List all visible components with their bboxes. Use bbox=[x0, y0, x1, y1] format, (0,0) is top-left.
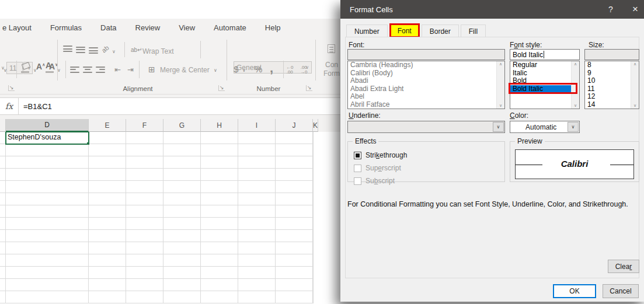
underline-chevron-icon[interactable]: ∨ bbox=[493, 122, 504, 132]
grid-cell[interactable] bbox=[126, 254, 163, 267]
dialog-tab[interactable]: Fill bbox=[461, 25, 486, 38]
comma-style-icon[interactable]: , bbox=[270, 61, 273, 76]
font-option[interactable]: Abadi bbox=[348, 77, 504, 85]
close-icon[interactable]: × bbox=[626, 0, 644, 19]
grid-cell[interactable] bbox=[163, 254, 201, 267]
grid-cell[interactable] bbox=[238, 242, 276, 254]
font-group-dialog-launcher-icon[interactable]: ↘ bbox=[8, 85, 15, 91]
decrease-decimal-icon[interactable]: .00→0 bbox=[300, 65, 307, 75]
grid-cell[interactable] bbox=[276, 169, 313, 181]
fill-color-chevron-icon[interactable]: ∨ bbox=[33, 68, 37, 73]
number-dialog-launcher-icon[interactable]: ↘ bbox=[306, 85, 312, 91]
borders-chevron-icon[interactable]: ∨ bbox=[4, 68, 7, 73]
grid-cell[interactable] bbox=[89, 205, 126, 218]
scroll-up-icon[interactable]: ∧ bbox=[499, 62, 502, 67]
checkbox-icon[interactable] bbox=[354, 165, 361, 172]
align-left-icon[interactable] bbox=[70, 65, 79, 74]
grid-cell[interactable] bbox=[89, 144, 126, 156]
grid-cell[interactable] bbox=[313, 193, 314, 205]
grid-cell[interactable] bbox=[6, 267, 89, 279]
font-style-option[interactable]: Regular bbox=[510, 61, 579, 69]
size-input[interactable] bbox=[584, 49, 639, 60]
grid-cell[interactable] bbox=[89, 242, 126, 254]
grid-cell[interactable] bbox=[126, 205, 163, 218]
ribbon-tab[interactable]: Automate bbox=[213, 22, 248, 33]
grid-cell[interactable] bbox=[0, 254, 6, 267]
grid-cell[interactable] bbox=[6, 279, 89, 291]
grid-cell[interactable] bbox=[0, 193, 6, 205]
color-chevron-icon[interactable]: ∨ bbox=[568, 122, 579, 132]
merge-center-label[interactable]: Merge & Center bbox=[160, 66, 210, 74]
grid-cell[interactable] bbox=[126, 156, 163, 169]
grid-cell[interactable] bbox=[6, 242, 89, 254]
ribbon-tab[interactable]: e Layout bbox=[1, 22, 33, 33]
orientation-icon[interactable]: ab bbox=[100, 44, 110, 54]
ribbon-tab[interactable]: Formulas bbox=[49, 22, 83, 33]
grid-cell[interactable] bbox=[276, 218, 313, 230]
grid-cell[interactable] bbox=[0, 156, 6, 169]
size-list-scrollbar[interactable]: ∧ ∨ bbox=[631, 61, 639, 109]
grid-cell[interactable] bbox=[201, 218, 238, 230]
grid-cell[interactable] bbox=[6, 181, 89, 193]
scroll-down-icon[interactable]: ∨ bbox=[499, 103, 502, 108]
grid-cell[interactable] bbox=[6, 169, 89, 181]
grid-cell[interactable] bbox=[201, 291, 238, 303]
font-style-input[interactable]: Bold Italic bbox=[510, 49, 580, 60]
column-header-G[interactable]: G bbox=[163, 119, 201, 132]
align-top-icon[interactable] bbox=[63, 46, 72, 54]
grid-cell[interactable] bbox=[276, 230, 313, 242]
column-header-D[interactable]: D bbox=[6, 119, 89, 132]
font-style-option[interactable]: Italic bbox=[510, 69, 579, 78]
grid-cell[interactable] bbox=[201, 267, 238, 279]
grid-cell[interactable] bbox=[238, 279, 276, 291]
grid-cell[interactable] bbox=[126, 193, 163, 205]
dialog-tab[interactable]: Number bbox=[346, 25, 388, 38]
grid-cell[interactable] bbox=[163, 193, 201, 205]
grid-cell[interactable] bbox=[0, 230, 6, 242]
grid-cell[interactable] bbox=[0, 132, 6, 144]
grid-cell[interactable] bbox=[126, 230, 163, 242]
grid-cell[interactable] bbox=[163, 230, 201, 242]
grid-cell[interactable] bbox=[0, 267, 6, 279]
grid-cell[interactable] bbox=[201, 193, 238, 205]
grid-cell[interactable] bbox=[126, 132, 163, 144]
grid-cell[interactable] bbox=[276, 291, 313, 303]
grid-cell[interactable] bbox=[313, 279, 314, 291]
scroll-up-icon[interactable]: ∧ bbox=[633, 62, 636, 67]
grid-cell[interactable] bbox=[0, 218, 6, 230]
grid-cell[interactable] bbox=[313, 242, 314, 254]
grid-cell[interactable] bbox=[201, 279, 238, 291]
grid-cell[interactable] bbox=[6, 230, 89, 242]
size-list[interactable]: ∧ ∨ 8910111214 bbox=[584, 61, 639, 109]
grid-cell[interactable] bbox=[238, 156, 276, 169]
grid-cell[interactable] bbox=[0, 181, 6, 193]
grid-cell[interactable] bbox=[6, 254, 89, 267]
font-option[interactable]: Abril Fatface bbox=[348, 101, 504, 109]
grid-cell[interactable] bbox=[238, 291, 276, 303]
wrap-text-icon[interactable]: ab↵ bbox=[131, 47, 142, 53]
clear-button[interactable]: Clear bbox=[608, 260, 639, 273]
ribbon-tab[interactable]: View bbox=[177, 22, 196, 33]
grid-cell[interactable] bbox=[89, 279, 126, 291]
color-dropdown[interactable]: Automatic ∨ bbox=[510, 121, 580, 133]
grid-cell[interactable] bbox=[163, 132, 201, 144]
grid-cell[interactable] bbox=[6, 144, 89, 156]
grid-cell[interactable] bbox=[201, 254, 238, 267]
align-center-icon[interactable] bbox=[83, 65, 92, 74]
grid-cell[interactable] bbox=[89, 156, 126, 169]
accounting-chevron-icon[interactable]: ∨ bbox=[242, 68, 246, 73]
grid-cell[interactable] bbox=[0, 279, 6, 291]
grid-cell[interactable] bbox=[163, 242, 201, 254]
grid-cell[interactable] bbox=[276, 279, 313, 291]
scroll-down-icon[interactable]: ∨ bbox=[574, 103, 577, 108]
grid-cell[interactable] bbox=[276, 254, 313, 267]
ok-button[interactable]: OK bbox=[553, 284, 596, 298]
font-style-list[interactable]: ∧ ∨ RegularItalicBoldBold Italic bbox=[510, 61, 580, 109]
grid-cell[interactable] bbox=[238, 267, 276, 279]
grid-cell[interactable] bbox=[6, 156, 89, 169]
align-right-icon[interactable] bbox=[96, 65, 105, 74]
column-header-H[interactable]: H bbox=[201, 119, 238, 132]
grid-cell[interactable] bbox=[238, 169, 276, 181]
grid-cell[interactable] bbox=[201, 169, 238, 181]
help-icon[interactable]: ? bbox=[602, 0, 619, 19]
